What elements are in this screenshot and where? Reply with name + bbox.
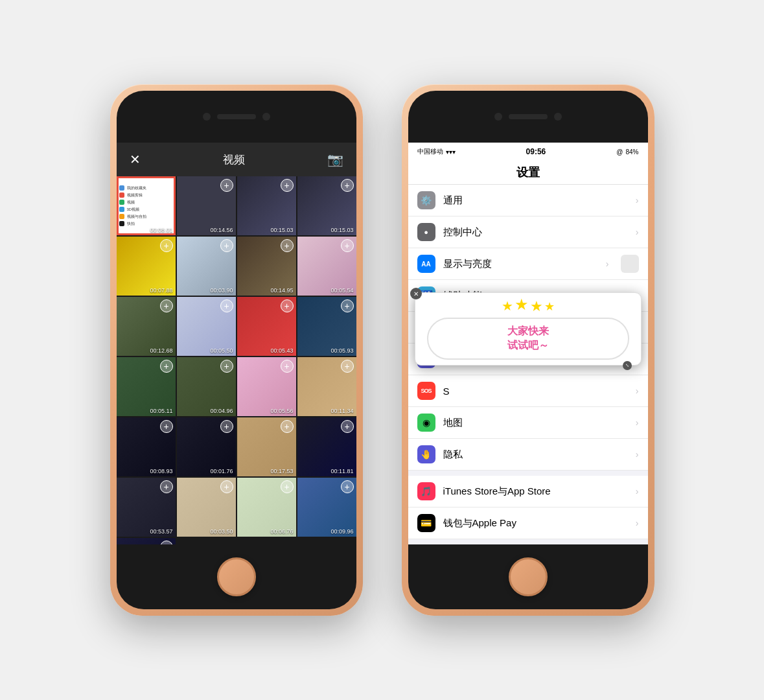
- add-btn[interactable]: +: [281, 179, 294, 192]
- settings-header: 设置: [408, 161, 648, 185]
- camera-button[interactable]: 📷: [327, 152, 343, 167]
- section-divider-2: [408, 539, 648, 544]
- settings-item-privacy[interactable]: 🤚 隐私 ›: [408, 439, 648, 471]
- home-button-1[interactable]: [217, 557, 256, 596]
- video-cell-22[interactable]: + 00:06.76: [237, 478, 296, 537]
- video-cell-7[interactable]: + 00:05.54: [297, 237, 356, 296]
- sos-label: S: [443, 386, 628, 397]
- video-cell-23[interactable]: + 00:09.96: [297, 478, 356, 537]
- video-duration: 00:14.95: [270, 287, 293, 294]
- video-cell-1[interactable]: + 00:14.56: [177, 176, 236, 235]
- overlay-close[interactable]: ✕: [410, 288, 422, 299]
- add-btn[interactable]: +: [160, 480, 173, 493]
- add-btn[interactable]: +: [341, 420, 354, 433]
- video-cell-11[interactable]: + 00:05.93: [297, 297, 356, 356]
- video-cell-5[interactable]: + 00:03.90: [177, 237, 236, 296]
- list-item: 视频与自拍: [119, 213, 173, 220]
- list-item: 视频: [119, 199, 173, 206]
- video-duration: 00:09.96: [330, 528, 353, 535]
- phone-2: 中国移动 ▾▾▾ 09:56 @ 84% 设置 ⚙️: [402, 84, 654, 616]
- video-cell-2[interactable]: + 00:15.03: [237, 176, 296, 235]
- privacy-label: 隐私: [443, 449, 628, 461]
- video-cell-4[interactable]: + 00:07.88: [117, 237, 176, 296]
- add-btn[interactable]: +: [341, 179, 354, 192]
- itunes-label: iTunes Store与App Store: [443, 485, 628, 498]
- video-cell-15[interactable]: + 00:11.34: [297, 357, 356, 416]
- map-icon: ◉: [417, 414, 435, 432]
- video-cell-10[interactable]: + 00:05.43: [237, 297, 296, 356]
- chevron: ›: [606, 259, 609, 269]
- video-cell-20[interactable]: + 00:53.57: [117, 478, 176, 537]
- add-btn[interactable]: +: [220, 360, 233, 373]
- add-btn[interactable]: +: [220, 420, 233, 433]
- video-cell-24[interactable]: +: [117, 538, 176, 544]
- list-item: 快拍: [119, 220, 173, 228]
- add-btn[interactable]: +: [220, 179, 233, 192]
- settings-title: 设置: [516, 166, 540, 179]
- star-1: ★: [502, 298, 513, 315]
- settings-item-display[interactable]: AA 显示与亮度 ›: [408, 248, 648, 280]
- chevron: ›: [636, 417, 639, 428]
- add-btn[interactable]: +: [160, 299, 173, 312]
- video-cell-18[interactable]: + 00:17.53: [237, 417, 296, 476]
- video-cell-12[interactable]: + 00:05.11: [117, 357, 176, 416]
- video-cell-17[interactable]: + 00:01.76: [177, 417, 236, 476]
- add-btn[interactable]: +: [341, 299, 354, 312]
- add-btn[interactable]: +: [341, 360, 354, 373]
- add-btn[interactable]: +: [341, 239, 354, 252]
- chevron: ›: [636, 195, 639, 205]
- video-cell-21[interactable]: + 00:03.50: [177, 478, 236, 537]
- add-btn[interactable]: +: [281, 299, 294, 312]
- status-bar: 中国移动 ▾▾▾ 09:56 @ 84%: [408, 143, 648, 161]
- general-icon: ⚙️: [417, 191, 435, 209]
- settings-item-map[interactable]: ◉ 地图 ›: [408, 407, 648, 439]
- chevron: ›: [636, 227, 639, 237]
- settings-item-itunes[interactable]: 🎵 iTunes Store与App Store ›: [408, 476, 648, 508]
- chevron: ›: [636, 486, 639, 496]
- video-duration: 00:53.57: [150, 528, 172, 535]
- add-btn[interactable]: +: [160, 239, 173, 252]
- settings-item-general[interactable]: ⚙️ 通用 ›: [408, 185, 648, 216]
- video-duration: 00:05.11: [150, 408, 172, 414]
- video-cell-14[interactable]: + 00:05.56: [237, 357, 296, 416]
- add-btn[interactable]: +: [160, 360, 173, 373]
- video-duration: 00:05.54: [330, 287, 353, 294]
- video-cell-6[interactable]: + 00:14.95: [237, 237, 296, 296]
- phone-2-screen: 中国移动 ▾▾▾ 09:56 @ 84% 设置 ⚙️: [408, 143, 648, 544]
- resize-handle[interactable]: ⤡: [623, 361, 632, 370]
- video-cell-9[interactable]: + 00:05.50: [177, 297, 236, 356]
- video-cell-0[interactable]: 我的收藏夹 视频剪辑 视频 3D视频 视频与自拍 快拍 00:08.01: [117, 176, 176, 235]
- video-cell-16[interactable]: + 00:08.93: [117, 417, 176, 476]
- video-cell-13[interactable]: + 00:04.96: [177, 357, 236, 416]
- home-button-2[interactable]: [509, 557, 548, 596]
- phones-container: ✕ 视频 📷 我的收藏夹 视频剪辑 视频 3D视频 视频与自拍: [110, 84, 654, 616]
- video-duration: 00:05.43: [270, 347, 293, 354]
- video-cell-19[interactable]: + 00:11.81: [297, 417, 356, 476]
- settings-item-sos[interactable]: SOS S ›: [408, 375, 648, 407]
- wifi-icon: ▾▾▾: [446, 148, 456, 156]
- video-duration-0: 00:08.01: [150, 227, 172, 233]
- video-cell-8[interactable]: + 00:12.68: [117, 297, 176, 356]
- section-divider: [408, 471, 648, 476]
- phone-2-inner: 中国移动 ▾▾▾ 09:56 @ 84% 设置 ⚙️: [408, 91, 648, 609]
- close-button[interactable]: ✕: [130, 152, 141, 167]
- video-duration: 00:12.68: [150, 347, 172, 354]
- add-btn[interactable]: +: [281, 239, 294, 252]
- settings-item-wallet[interactable]: 💳 钱包与Apple Pay ›: [408, 508, 648, 539]
- list-item: 3D视频: [119, 206, 173, 213]
- star-2: ★: [515, 296, 529, 315]
- add-btn[interactable]: +: [220, 299, 233, 312]
- add-btn[interactable]: +: [160, 420, 173, 433]
- display-icon: AA: [417, 255, 435, 273]
- add-btn[interactable]: +: [220, 480, 233, 493]
- chevron: ›: [636, 518, 639, 528]
- video-cell-3[interactable]: + 00:15.03: [297, 176, 356, 235]
- video-duration: 00:05.93: [330, 347, 353, 354]
- phone-2-bottom: [408, 544, 648, 609]
- add-btn[interactable]: +: [220, 239, 233, 252]
- add-btn[interactable]: +: [281, 480, 294, 493]
- add-btn[interactable]: +: [281, 420, 294, 433]
- add-btn[interactable]: +: [281, 360, 294, 373]
- settings-item-control[interactable]: ● 控制中心 ›: [408, 216, 648, 248]
- add-btn[interactable]: +: [341, 480, 354, 493]
